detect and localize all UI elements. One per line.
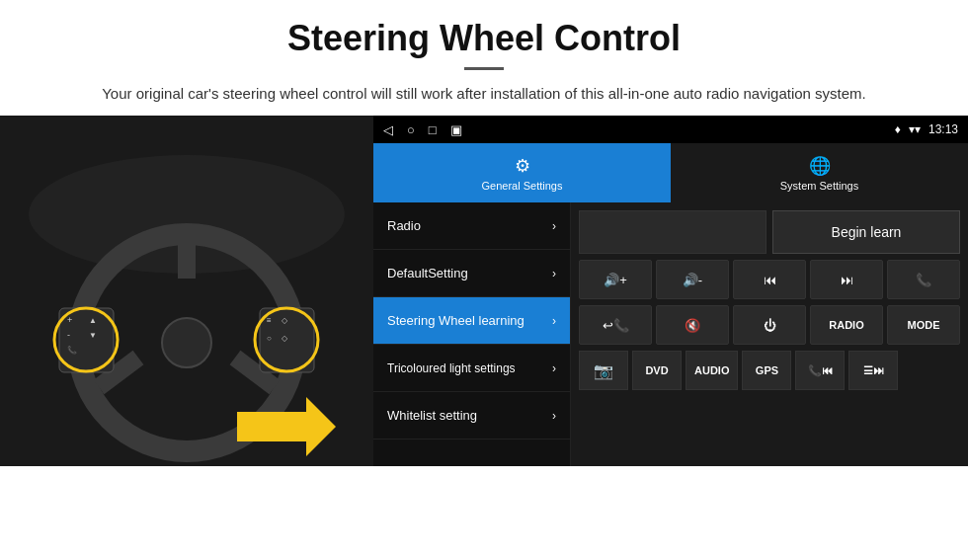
svg-text:▼: ▼ bbox=[89, 331, 97, 340]
menu-tricoloured-arrow: › bbox=[552, 361, 556, 375]
menu-tricoloured-label: Tricoloured light settings bbox=[387, 361, 516, 375]
svg-text:-: - bbox=[67, 330, 70, 340]
blank-box bbox=[579, 210, 766, 254]
menu-item-steering[interactable]: Steering Wheel learning › bbox=[373, 297, 570, 345]
svg-text:◇: ◇ bbox=[282, 316, 288, 325]
begin-learn-label: Begin learn bbox=[832, 224, 902, 240]
recents-icon[interactable]: □ bbox=[429, 122, 437, 137]
tab-system-settings[interactable]: 🌐 System Settings bbox=[671, 143, 968, 202]
svg-text:▲: ▲ bbox=[89, 316, 97, 325]
menu-item-whitelist[interactable]: Whitelist setting › bbox=[373, 392, 570, 440]
control-grid-row1: 🔊+ 🔊- ⏮ ⏭ 📞 bbox=[579, 260, 960, 299]
vol-down-button[interactable]: 🔊- bbox=[656, 260, 729, 299]
menu-steering-arrow: › bbox=[552, 314, 556, 328]
back-icon[interactable]: ◁ bbox=[383, 122, 393, 137]
main-content: + - 📞 ▲ ▼ ≡ ◇ ○ ◇ ◁ ○ □ ▣ ♦ bbox=[0, 116, 968, 466]
phone-prev-button[interactable]: 📞⏮ bbox=[795, 351, 845, 390]
menu-item-default[interactable]: DefaultSetting › bbox=[373, 250, 570, 297]
page-header: Steering Wheel Control Your original car… bbox=[0, 0, 968, 116]
home-icon[interactable]: ○ bbox=[407, 122, 415, 137]
menu-default-label: DefaultSetting bbox=[387, 266, 468, 280]
menu-whitelist-arrow: › bbox=[552, 409, 556, 423]
steering-wheel-panel: + - 📞 ▲ ▼ ≡ ◇ ○ ◇ bbox=[0, 116, 373, 466]
begin-learn-button[interactable]: Begin learn bbox=[772, 210, 960, 254]
screenshot-icon[interactable]: ▣ bbox=[450, 122, 462, 137]
vol-up-button[interactable]: 🔊+ bbox=[579, 260, 652, 299]
svg-point-6 bbox=[162, 318, 211, 367]
tab-general-settings[interactable]: ⚙ General Settings bbox=[373, 143, 671, 202]
next-track-button[interactable]: ⏭ bbox=[810, 260, 883, 299]
menu-radio-label: Radio bbox=[387, 218, 421, 233]
menu-steering-label: Steering Wheel learning bbox=[387, 313, 524, 328]
nav-tabs: ⚙ General Settings 🌐 System Settings bbox=[373, 143, 968, 202]
mute-button[interactable]: 🔇 bbox=[656, 305, 729, 345]
begin-learn-row: Begin learn bbox=[579, 210, 960, 254]
hu-panel: ◁ ○ □ ▣ ♦ ▾▾ 13:13 ⚙ General Settings 🌐 … bbox=[373, 116, 968, 466]
content-area: Radio › DefaultSetting › Steering Wheel … bbox=[373, 202, 968, 466]
right-content: Begin learn 🔊+ 🔊- ⏮ ⏭ 📞 ↩📞 🔇 ⏻ RADIO bbox=[571, 202, 968, 466]
control-grid-row2: ↩📞 🔇 ⏻ RADIO MODE bbox=[579, 305, 960, 345]
svg-text:○: ○ bbox=[267, 334, 272, 343]
tab-system-label: System Settings bbox=[780, 180, 858, 192]
menu-whitelist-label: Whitelist setting bbox=[387, 408, 477, 423]
svg-text:📞: 📞 bbox=[67, 345, 77, 355]
tab-general-label: General Settings bbox=[482, 180, 563, 192]
mode-button[interactable]: MODE bbox=[887, 305, 960, 345]
camera-button[interactable]: 📷 bbox=[579, 351, 628, 390]
menu-item-radio[interactable]: Radio › bbox=[373, 202, 570, 250]
menu-default-arrow: › bbox=[552, 267, 556, 280]
status-time: 13:13 bbox=[928, 122, 958, 136]
system-icon: 🌐 bbox=[809, 155, 831, 177]
page-title: Steering Wheel Control bbox=[59, 18, 909, 59]
power-button[interactable]: ⏻ bbox=[733, 305, 806, 345]
phone-button[interactable]: 📞 bbox=[887, 260, 960, 299]
svg-text:◇: ◇ bbox=[282, 334, 288, 343]
radio-button[interactable]: RADIO bbox=[810, 305, 883, 345]
gear-icon: ⚙ bbox=[515, 155, 530, 177]
page-subtitle: Your original car's steering wheel contr… bbox=[59, 82, 909, 106]
bottom-row: 📷 DVD AUDIO GPS 📞⏮ ☰⏭ bbox=[579, 351, 960, 390]
menu-item-tricoloured[interactable]: Tricoloured light settings › bbox=[373, 345, 570, 392]
svg-text:≡: ≡ bbox=[267, 316, 272, 325]
hang-up-button[interactable]: ↩📞 bbox=[579, 305, 652, 345]
dvd-button[interactable]: DVD bbox=[632, 351, 682, 390]
prev-track-button[interactable]: ⏮ bbox=[733, 260, 806, 299]
audio-button[interactable]: AUDIO bbox=[686, 351, 738, 390]
location-icon: ♦ bbox=[895, 122, 901, 136]
left-menu: Radio › DefaultSetting › Steering Wheel … bbox=[373, 202, 571, 466]
status-bar: ◁ ○ □ ▣ ♦ ▾▾ 13:13 bbox=[373, 116, 968, 143]
svg-text:+: + bbox=[67, 315, 72, 325]
gps-button[interactable]: GPS bbox=[742, 351, 791, 390]
menu-next-button[interactable]: ☰⏭ bbox=[848, 351, 898, 390]
title-divider bbox=[464, 67, 504, 70]
wifi-icon: ▾▾ bbox=[909, 122, 921, 136]
menu-radio-arrow: › bbox=[552, 219, 556, 233]
